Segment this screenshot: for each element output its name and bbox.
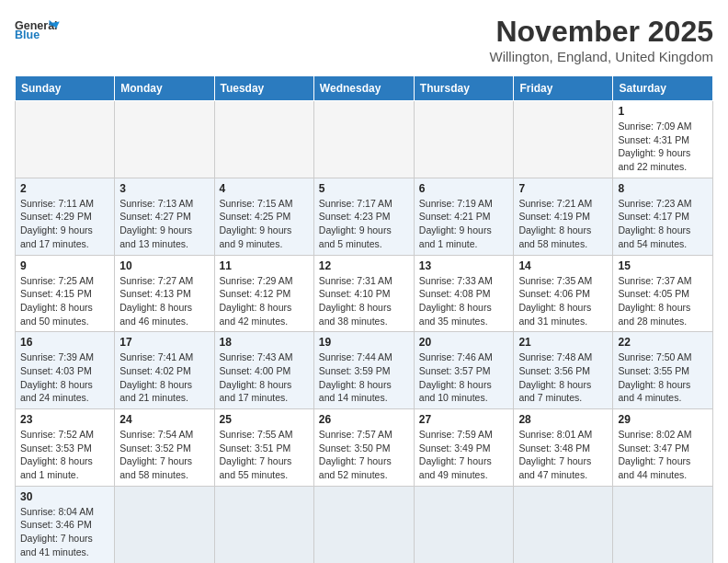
logo: General Blue	[15, 15, 61, 42]
day-cell	[414, 486, 514, 563]
weekday-header-friday: Friday	[514, 76, 613, 101]
day-info: Sunrise: 7:41 AMSunset: 4:02 PMDaylight:…	[119, 350, 209, 405]
day-info: Sunrise: 7:13 AMSunset: 4:27 PMDaylight:…	[119, 197, 209, 251]
day-number: 17	[119, 336, 209, 349]
day-info: Sunrise: 8:04 AMSunset: 3:46 PMDaylight:…	[20, 505, 109, 559]
day-info: Sunrise: 7:46 AMSunset: 3:57 PMDaylight:…	[419, 350, 509, 405]
week-row-3: 9Sunrise: 7:25 AMSunset: 4:15 PMDaylight…	[16, 255, 713, 332]
day-cell: 17Sunrise: 7:41 AMSunset: 4:02 PMDayligh…	[115, 332, 214, 409]
day-info: Sunrise: 7:55 AMSunset: 3:51 PMDaylight:…	[220, 428, 309, 482]
day-number: 9	[20, 259, 109, 272]
day-number: 3	[119, 182, 209, 195]
day-info: Sunrise: 7:57 AMSunset: 3:50 PMDaylight:…	[319, 428, 409, 482]
weekday-header-wednesday: Wednesday	[313, 76, 414, 101]
day-cell: 5Sunrise: 7:17 AMSunset: 4:23 PMDaylight…	[313, 178, 414, 255]
day-cell	[613, 486, 713, 563]
day-cell: 15Sunrise: 7:37 AMSunset: 4:05 PMDayligh…	[613, 255, 713, 332]
week-row-5: 23Sunrise: 7:52 AMSunset: 3:53 PMDayligh…	[16, 409, 713, 487]
day-number: 25	[220, 413, 309, 426]
weekday-header-row: SundayMondayTuesdayWednesdayThursdayFrid…	[16, 76, 713, 101]
day-info: Sunrise: 7:27 AMSunset: 4:13 PMDaylight:…	[119, 274, 209, 328]
day-info: Sunrise: 7:25 AMSunset: 4:15 PMDaylight:…	[20, 274, 109, 328]
day-cell: 18Sunrise: 7:43 AMSunset: 4:00 PMDayligh…	[214, 332, 313, 409]
day-number: 5	[319, 182, 409, 195]
day-number: 19	[319, 336, 409, 349]
day-number: 13	[419, 259, 509, 272]
day-number: 21	[518, 336, 608, 349]
day-number: 11	[220, 259, 309, 272]
day-number: 8	[618, 182, 708, 195]
day-number: 23	[20, 413, 109, 426]
day-number: 27	[419, 413, 509, 426]
day-number: 30	[20, 490, 109, 503]
day-cell: 3Sunrise: 7:13 AMSunset: 4:27 PMDaylight…	[115, 178, 214, 255]
day-cell	[414, 101, 514, 178]
day-info: Sunrise: 7:29 AMSunset: 4:12 PMDaylight:…	[220, 274, 309, 328]
svg-text:Blue: Blue	[15, 29, 40, 41]
weekday-header-saturday: Saturday	[613, 76, 713, 101]
day-number: 4	[220, 182, 309, 195]
day-number: 28	[518, 413, 608, 426]
day-info: Sunrise: 8:01 AMSunset: 3:48 PMDaylight:…	[518, 428, 608, 482]
day-cell: 10Sunrise: 7:27 AMSunset: 4:13 PMDayligh…	[115, 255, 214, 332]
day-info: Sunrise: 7:59 AMSunset: 3:49 PMDaylight:…	[419, 428, 509, 482]
week-row-2: 2Sunrise: 7:11 AMSunset: 4:29 PMDaylight…	[16, 178, 713, 255]
day-cell: 7Sunrise: 7:21 AMSunset: 4:19 PMDaylight…	[514, 178, 613, 255]
day-cell: 4Sunrise: 7:15 AMSunset: 4:25 PMDaylight…	[214, 178, 313, 255]
logo-icon: General Blue	[15, 15, 61, 42]
day-cell	[313, 486, 414, 563]
header: General Blue November 2025 Willington, E…	[15, 15, 713, 64]
day-cell	[16, 101, 115, 178]
day-number: 14	[518, 259, 608, 272]
day-number: 24	[119, 413, 209, 426]
day-number: 16	[20, 336, 109, 349]
day-info: Sunrise: 7:11 AMSunset: 4:29 PMDaylight:…	[20, 197, 109, 251]
day-cell: 1Sunrise: 7:09 AMSunset: 4:31 PMDaylight…	[613, 101, 713, 178]
day-cell	[214, 101, 313, 178]
day-info: Sunrise: 7:19 AMSunset: 4:21 PMDaylight:…	[419, 197, 509, 251]
day-info: Sunrise: 7:52 AMSunset: 3:53 PMDaylight:…	[20, 428, 109, 482]
day-number: 6	[419, 182, 509, 195]
day-number: 1	[618, 105, 708, 118]
day-info: Sunrise: 7:09 AMSunset: 4:31 PMDaylight:…	[618, 120, 708, 174]
day-number: 10	[119, 259, 209, 272]
day-info: Sunrise: 8:02 AMSunset: 3:47 PMDaylight:…	[618, 428, 708, 482]
week-row-4: 16Sunrise: 7:39 AMSunset: 4:03 PMDayligh…	[16, 332, 713, 409]
day-info: Sunrise: 7:31 AMSunset: 4:10 PMDaylight:…	[319, 274, 409, 328]
day-cell: 30Sunrise: 8:04 AMSunset: 3:46 PMDayligh…	[16, 486, 115, 563]
day-cell: 9Sunrise: 7:25 AMSunset: 4:15 PMDaylight…	[16, 255, 115, 332]
day-cell: 16Sunrise: 7:39 AMSunset: 4:03 PMDayligh…	[16, 332, 115, 409]
day-info: Sunrise: 7:43 AMSunset: 4:00 PMDaylight:…	[220, 350, 309, 405]
day-info: Sunrise: 7:48 AMSunset: 3:56 PMDaylight:…	[518, 350, 608, 405]
week-row-1: 1Sunrise: 7:09 AMSunset: 4:31 PMDaylight…	[16, 101, 713, 178]
day-info: Sunrise: 7:37 AMSunset: 4:05 PMDaylight:…	[618, 274, 708, 328]
day-info: Sunrise: 7:33 AMSunset: 4:08 PMDaylight:…	[419, 274, 509, 328]
day-number: 18	[220, 336, 309, 349]
day-cell: 13Sunrise: 7:33 AMSunset: 4:08 PMDayligh…	[414, 255, 514, 332]
day-cell	[514, 101, 613, 178]
day-number: 29	[618, 413, 708, 426]
day-cell: 19Sunrise: 7:44 AMSunset: 3:59 PMDayligh…	[313, 332, 414, 409]
day-info: Sunrise: 7:44 AMSunset: 3:59 PMDaylight:…	[319, 350, 409, 405]
day-cell: 25Sunrise: 7:55 AMSunset: 3:51 PMDayligh…	[214, 409, 313, 487]
day-cell: 2Sunrise: 7:11 AMSunset: 4:29 PMDaylight…	[16, 178, 115, 255]
day-cell: 28Sunrise: 8:01 AMSunset: 3:48 PMDayligh…	[514, 409, 613, 487]
weekday-header-thursday: Thursday	[414, 76, 514, 101]
month-title: November 2025	[490, 15, 713, 49]
calendar: SundayMondayTuesdayWednesdayThursdayFrid…	[15, 75, 713, 563]
day-cell: 24Sunrise: 7:54 AMSunset: 3:52 PMDayligh…	[115, 409, 214, 487]
weekday-header-monday: Monday	[115, 76, 214, 101]
day-cell	[514, 486, 613, 563]
day-info: Sunrise: 7:15 AMSunset: 4:25 PMDaylight:…	[220, 197, 309, 251]
day-cell: 11Sunrise: 7:29 AMSunset: 4:12 PMDayligh…	[214, 255, 313, 332]
day-number: 26	[319, 413, 409, 426]
day-cell: 8Sunrise: 7:23 AMSunset: 4:17 PMDaylight…	[613, 178, 713, 255]
title-area: November 2025 Willington, England, Unite…	[490, 15, 713, 64]
day-info: Sunrise: 7:23 AMSunset: 4:17 PMDaylight:…	[618, 197, 708, 251]
day-cell	[214, 486, 313, 563]
day-cell	[115, 101, 214, 178]
day-cell: 26Sunrise: 7:57 AMSunset: 3:50 PMDayligh…	[313, 409, 414, 487]
day-cell: 6Sunrise: 7:19 AMSunset: 4:21 PMDaylight…	[414, 178, 514, 255]
day-cell: 21Sunrise: 7:48 AMSunset: 3:56 PMDayligh…	[514, 332, 613, 409]
day-cell: 12Sunrise: 7:31 AMSunset: 4:10 PMDayligh…	[313, 255, 414, 332]
